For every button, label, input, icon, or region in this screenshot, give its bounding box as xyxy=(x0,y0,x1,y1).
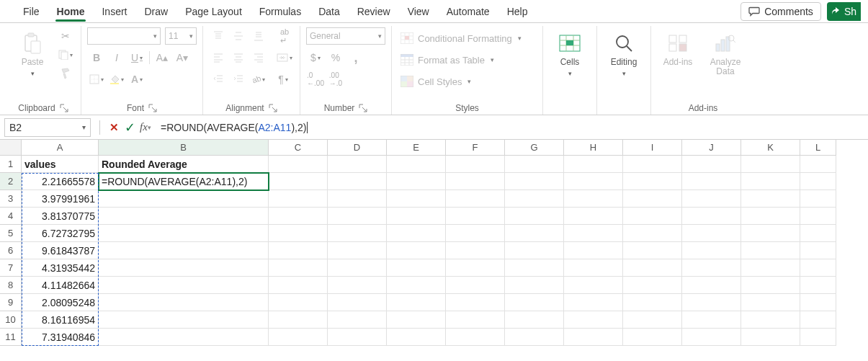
enter-formula-button[interactable]: ✓ xyxy=(122,120,138,135)
cell-J11[interactable] xyxy=(682,329,741,346)
cell-D3[interactable] xyxy=(328,190,387,208)
wrap-text-button[interactable]: ab↵ xyxy=(275,27,294,45)
cell-H8[interactable] xyxy=(564,277,623,294)
cell-K5[interactable] xyxy=(741,225,800,242)
cell-B10[interactable] xyxy=(99,311,269,329)
cell-I1[interactable] xyxy=(623,156,682,173)
tab-file[interactable]: File xyxy=(14,1,48,21)
row-header-2[interactable]: 2 xyxy=(0,173,22,190)
cell-I2[interactable] xyxy=(623,173,682,190)
cell-B8[interactable] xyxy=(99,277,269,294)
bold-button[interactable]: B xyxy=(87,49,106,66)
cell-A6[interactable]: 9.61843787 xyxy=(22,242,99,259)
col-header-C[interactable]: C xyxy=(269,140,328,156)
cell-F1[interactable] xyxy=(446,156,505,173)
cell-A2[interactable]: 2.21665578 xyxy=(22,173,99,190)
cell-E8[interactable] xyxy=(387,277,446,294)
cell-K8[interactable] xyxy=(741,277,800,294)
cell-F2[interactable] xyxy=(446,173,505,190)
conditional-formatting-button[interactable]: Conditional Formatting▾ xyxy=(401,29,522,48)
cell-B7[interactable] xyxy=(99,259,269,277)
cell-L10[interactable] xyxy=(800,311,836,329)
tab-help[interactable]: Help xyxy=(498,1,537,21)
comments-button[interactable]: Comments xyxy=(741,2,821,21)
cell-C4[interactable] xyxy=(269,208,328,225)
decrease-font-button[interactable]: A▾ xyxy=(173,49,192,66)
number-format-combo[interactable]: General▾ xyxy=(306,27,385,45)
tab-review[interactable]: Review xyxy=(349,1,399,21)
cell-K3[interactable] xyxy=(741,190,800,208)
cell-F9[interactable] xyxy=(446,294,505,311)
cell-E9[interactable] xyxy=(387,294,446,311)
cell-D10[interactable] xyxy=(328,311,387,329)
cell-B6[interactable] xyxy=(99,242,269,259)
cell-F8[interactable] xyxy=(446,277,505,294)
addins-button[interactable]: Add-ins xyxy=(657,27,699,68)
cell-L2[interactable] xyxy=(800,173,836,190)
cell-K10[interactable] xyxy=(741,311,800,329)
cell-I3[interactable] xyxy=(623,190,682,208)
cell-J3[interactable] xyxy=(682,190,741,208)
col-header-D[interactable]: D xyxy=(328,140,387,156)
cell-K2[interactable] xyxy=(741,173,800,190)
cell-E6[interactable] xyxy=(387,242,446,259)
cell-H4[interactable] xyxy=(564,208,623,225)
font-color-button[interactable]: A xyxy=(127,71,146,88)
cell-J9[interactable] xyxy=(682,294,741,311)
cell-D6[interactable] xyxy=(328,242,387,259)
cell-C6[interactable] xyxy=(269,242,328,259)
row-header-11[interactable]: 11 xyxy=(0,329,22,346)
cell-C2[interactable] xyxy=(269,173,328,190)
cell-K11[interactable] xyxy=(741,329,800,346)
col-header-F[interactable]: F xyxy=(446,140,505,156)
cell-G5[interactable] xyxy=(505,225,564,242)
col-header-J[interactable]: J xyxy=(682,140,741,156)
cell-K9[interactable] xyxy=(741,294,800,311)
cell-G1[interactable] xyxy=(505,156,564,173)
paste-button[interactable]: Paste ▾ xyxy=(12,27,53,79)
cell-A4[interactable]: 3.81370775 xyxy=(22,208,99,225)
cell-J4[interactable] xyxy=(682,208,741,225)
tab-draw[interactable]: Draw xyxy=(135,1,176,21)
cell-A9[interactable]: 2.08095248 xyxy=(22,294,99,311)
font-size-combo[interactable]: 11▾ xyxy=(165,27,197,45)
percent-button[interactable]: % xyxy=(326,49,345,66)
tab-home[interactable]: Home xyxy=(48,1,94,21)
cell-J7[interactable] xyxy=(682,259,741,277)
cell-K1[interactable] xyxy=(741,156,800,173)
cell-H10[interactable] xyxy=(564,311,623,329)
insert-function-button[interactable]: fx▾ xyxy=(138,120,153,135)
cell-A1[interactable]: values xyxy=(22,156,99,173)
cell-H6[interactable] xyxy=(564,242,623,259)
cell-D7[interactable] xyxy=(328,259,387,277)
cell-C9[interactable] xyxy=(269,294,328,311)
cell-B3[interactable] xyxy=(99,190,269,208)
col-header-G[interactable]: G xyxy=(505,140,564,156)
cell-G8[interactable] xyxy=(505,277,564,294)
cell-E4[interactable] xyxy=(387,208,446,225)
cell-H5[interactable] xyxy=(564,225,623,242)
cell-H1[interactable] xyxy=(564,156,623,173)
cell-E5[interactable] xyxy=(387,225,446,242)
row-header-9[interactable]: 9 xyxy=(0,294,22,311)
select-all-corner[interactable] xyxy=(0,140,22,156)
cell-F7[interactable] xyxy=(446,259,505,277)
tab-automate[interactable]: Automate xyxy=(438,1,498,21)
col-header-B[interactable]: B xyxy=(99,140,269,156)
analyze-data-button[interactable]: AnalyzeData xyxy=(702,27,749,78)
borders-button[interactable] xyxy=(87,71,106,88)
underline-button[interactable]: U xyxy=(127,49,146,66)
cell-I11[interactable] xyxy=(623,329,682,346)
editing-button[interactable]: Editing ▾ xyxy=(603,27,645,79)
cell-I8[interactable] xyxy=(623,277,682,294)
cell-G2[interactable] xyxy=(505,173,564,190)
share-button[interactable]: Sh xyxy=(827,2,861,21)
tab-insert[interactable]: Insert xyxy=(93,1,135,21)
dialog-launcher-icon[interactable] xyxy=(148,104,157,112)
dialog-launcher-icon[interactable] xyxy=(269,104,277,112)
dialog-launcher-icon[interactable] xyxy=(359,104,367,112)
cell-A3[interactable]: 3.97991961 xyxy=(22,190,99,208)
cells-button[interactable]: Cells ▾ xyxy=(549,27,591,79)
row-header-1[interactable]: 1 xyxy=(0,156,22,173)
dialog-launcher-icon[interactable] xyxy=(60,104,68,112)
